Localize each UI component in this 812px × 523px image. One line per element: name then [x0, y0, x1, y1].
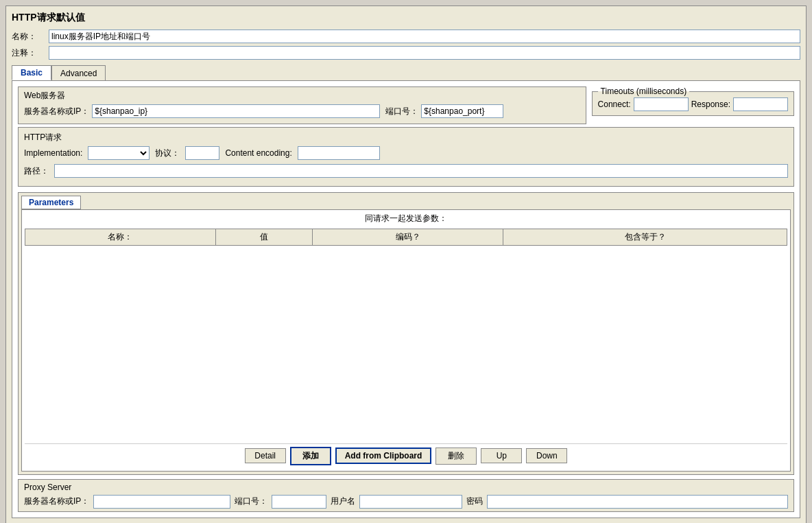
- proxy-server-legend: Proxy Server: [24, 483, 788, 492]
- impl-select[interactable]: [88, 146, 150, 160]
- params-table-body: [25, 246, 787, 438]
- delete-button[interactable]: 删除: [435, 448, 477, 465]
- tab-basic[interactable]: Basic: [12, 65, 51, 80]
- col-encode: 编码？: [313, 229, 503, 246]
- detail-button[interactable]: Detail: [245, 448, 286, 463]
- path-row: 路径：: [24, 164, 788, 178]
- http-request-box: HTTP请求 Implementation: 协议： Content encod…: [18, 127, 794, 187]
- path-label: 路径：: [24, 165, 51, 177]
- response-input[interactable]: [733, 97, 788, 111]
- name-input[interactable]: [49, 30, 800, 43]
- impl-label: Implementation:: [24, 148, 82, 158]
- web-server-legend: Web服务器: [24, 90, 580, 102]
- web-server-box: Web服务器 服务器名称或IP： 端口号：: [18, 86, 586, 124]
- encoding-label: Content encoding:: [225, 148, 291, 158]
- col-name: 名称：: [25, 229, 216, 246]
- proxy-pass-input[interactable]: [487, 495, 788, 509]
- http-request-legend: HTTP请求: [24, 132, 788, 143]
- params-tab-btn[interactable]: Parameters: [21, 196, 81, 209]
- params-content: 同请求一起发送参数： 名称： 值 编码？ 包含等于？: [21, 209, 791, 472]
- add-from-clipboard-button[interactable]: Add from Clipboard: [335, 448, 432, 464]
- server-label: 服务器名称或IP：: [24, 106, 89, 117]
- response-label: Response:: [691, 100, 730, 109]
- tab-content-basic: Web服务器 服务器名称或IP： 端口号： Timeouts (millisec…: [12, 80, 800, 518]
- server-ip-input[interactable]: [92, 104, 380, 118]
- comment-input[interactable]: [49, 46, 800, 60]
- proxy-server-box: Proxy Server 服务器名称或IP： 端口号： 用户名 密码: [18, 479, 794, 512]
- proxy-pass-label: 密码: [466, 496, 483, 507]
- port-label: 端口号：: [385, 106, 418, 117]
- proxy-row: 服务器名称或IP： 端口号： 用户名 密码: [24, 495, 788, 509]
- connect-input[interactable]: [634, 97, 689, 111]
- col-include: 包含等于？: [503, 229, 787, 246]
- add-button[interactable]: 添加: [290, 447, 331, 465]
- col-value: 值: [215, 229, 313, 246]
- port-input[interactable]: [421, 104, 503, 118]
- page-title: HTTP请求默认值: [12, 12, 800, 24]
- tab-header: Basic Advanced: [12, 65, 800, 80]
- connect-label: Connect:: [598, 100, 631, 109]
- down-button[interactable]: Down: [526, 448, 567, 463]
- web-server-section: Web服务器 服务器名称或IP： 端口号： Timeouts (millisec…: [18, 86, 794, 124]
- proxy-server-label: 服务器名称或IP：: [24, 496, 89, 507]
- http-impl-row: Implementation: 协议： Content encoding:: [24, 146, 788, 160]
- params-buttons: Detail 添加 Add from Clipboard 删除 Up Down: [25, 443, 787, 468]
- params-title: 同请求一起发送参数：: [25, 213, 787, 224]
- proxy-server-input[interactable]: [93, 495, 230, 509]
- protocol-input[interactable]: [185, 146, 219, 160]
- params-panel: Parameters 同请求一起发送参数： 名称： 值 编码？ 包含等于？: [18, 192, 794, 475]
- name-label: 名称：: [12, 31, 46, 43]
- timeouts-box: Timeouts (milliseconds) Connect: Respons…: [592, 86, 794, 116]
- params-tab-header: Parameters: [21, 196, 791, 209]
- proxy-user-input[interactable]: [359, 495, 462, 509]
- proxy-port-input[interactable]: [272, 495, 326, 509]
- protocol-label: 协议：: [155, 148, 180, 159]
- path-input[interactable]: [54, 164, 788, 178]
- params-table: 名称： 值 编码？ 包含等于？: [25, 229, 787, 438]
- proxy-user-label: 用户名: [331, 496, 355, 507]
- timeouts-legend: Timeouts (milliseconds): [598, 86, 690, 96]
- comment-label: 注释：: [12, 47, 46, 59]
- tab-advanced[interactable]: Advanced: [51, 65, 106, 80]
- encoding-input[interactable]: [298, 146, 380, 160]
- proxy-port-label: 端口号：: [235, 496, 267, 507]
- up-button[interactable]: Up: [481, 448, 522, 463]
